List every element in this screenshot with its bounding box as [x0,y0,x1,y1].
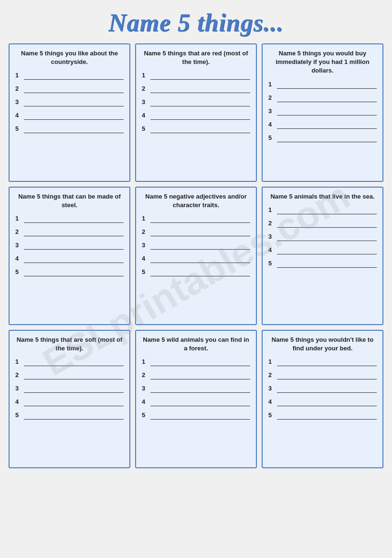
item-row-3: 3 [268,384,377,393]
item-line-4[interactable] [277,246,377,254]
item-line-3[interactable] [150,384,250,393]
item-number-2: 2 [142,228,148,236]
item-line-5[interactable] [24,268,124,276]
item-line-2[interactable] [150,84,250,93]
item-number-1: 1 [142,358,148,366]
card-forest-title: Name 5 wild animals you can find in a fo… [142,336,250,353]
item-number-1: 1 [142,72,148,80]
card-steel-title: Name 5 things that can be made of steel. [15,192,124,210]
item-line-2[interactable] [277,94,377,102]
item-row-1: 1 [15,358,124,366]
item-line-4[interactable] [277,398,377,406]
item-row-1: 1 [142,71,250,80]
item-number-3: 3 [15,242,22,250]
item-line-3[interactable] [277,384,377,393]
item-row-3: 3 [268,232,377,241]
item-row-4: 4 [142,111,250,120]
item-line-1[interactable] [24,358,124,366]
item-row-1: 1 [268,358,377,366]
item-number-3: 3 [142,242,148,250]
item-number-1: 1 [268,81,275,89]
item-line-5[interactable] [277,259,377,268]
item-row-2: 2 [268,219,377,228]
item-line-4[interactable] [150,111,250,120]
item-line-1[interactable] [24,214,124,223]
item-number-1: 1 [268,206,275,214]
card-bed: Name 5 things you wouldn't like to find … [262,330,383,468]
item-line-2[interactable] [277,371,377,379]
item-line-5[interactable] [24,125,124,133]
item-row-4: 4 [142,254,250,263]
item-number-4: 4 [268,398,275,406]
item-line-1[interactable] [277,358,377,366]
item-line-3[interactable] [24,384,124,393]
item-row-1: 1 [268,206,377,214]
item-line-3[interactable] [150,98,250,106]
item-line-4[interactable] [24,398,124,406]
card-million-title: Name 5 things you would buy immediately … [268,49,377,75]
item-line-4[interactable] [24,111,124,120]
card-red: Name 5 things that are red (most of the … [135,43,257,182]
item-row-5: 5 [268,411,377,420]
item-line-2[interactable] [150,371,250,379]
item-line-3[interactable] [150,241,250,250]
item-line-2[interactable] [24,228,124,236]
item-row-4: 4 [15,398,124,406]
item-line-5[interactable] [150,125,250,133]
item-number-2: 2 [15,85,22,93]
item-number-2: 2 [15,371,22,379]
item-line-5[interactable] [150,268,250,276]
item-line-5[interactable] [277,411,377,420]
card-soft-title: Name 5 things that are soft (most of the… [15,336,124,353]
item-number-3: 3 [15,385,22,393]
item-line-1[interactable] [24,71,124,80]
item-number-4: 4 [142,255,148,263]
item-row-4: 4 [268,246,377,254]
item-line-1[interactable] [150,71,250,80]
item-line-2[interactable] [24,371,124,379]
item-line-1[interactable] [150,358,250,366]
item-number-5: 5 [15,268,22,276]
page-title: Name 5 things... [108,9,284,37]
item-line-3[interactable] [24,98,124,106]
item-row-4: 4 [142,398,250,406]
cards-grid: Name 5 things you like about the country… [9,43,383,468]
item-row-2: 2 [15,228,124,236]
item-number-3: 3 [15,98,22,106]
item-number-2: 2 [268,220,275,228]
item-line-1[interactable] [277,80,377,89]
item-line-3[interactable] [24,241,124,250]
item-line-4[interactable] [277,120,377,129]
item-row-2: 2 [15,371,124,379]
item-line-2[interactable] [150,228,250,236]
item-number-5: 5 [268,411,275,420]
item-row-3: 3 [142,241,250,250]
item-row-2: 2 [142,371,250,379]
item-number-3: 3 [268,107,275,116]
item-number-3: 3 [142,98,148,106]
item-number-2: 2 [142,85,148,93]
item-line-4[interactable] [24,254,124,263]
item-line-4[interactable] [150,254,250,263]
item-line-1[interactable] [277,206,377,214]
item-line-1[interactable] [150,214,250,223]
item-number-2: 2 [268,94,275,102]
item-line-2[interactable] [24,84,124,93]
item-row-4: 4 [15,254,124,263]
item-row-4: 4 [268,120,377,129]
item-number-2: 2 [268,371,275,379]
item-line-3[interactable] [277,107,377,116]
item-row-5: 5 [15,411,124,420]
item-line-3[interactable] [277,232,377,241]
item-line-5[interactable] [277,134,377,142]
item-row-4: 4 [15,111,124,120]
item-line-5[interactable] [24,411,124,420]
card-sea: Name 5 animals that live in the sea.1234… [262,187,383,325]
item-number-3: 3 [142,385,148,393]
item-line-4[interactable] [150,398,250,406]
item-line-5[interactable] [150,411,250,420]
item-number-3: 3 [268,385,275,393]
card-steel: Name 5 things that can be made of steel.… [9,187,130,325]
item-line-2[interactable] [277,219,377,228]
card-adjectives: Name 5 negative adjectives and/or charac… [135,187,257,325]
